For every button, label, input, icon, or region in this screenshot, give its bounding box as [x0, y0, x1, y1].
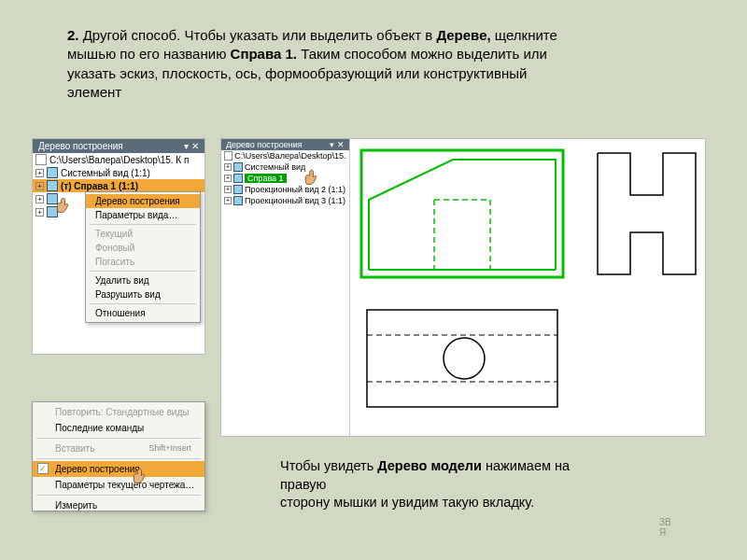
view-icon [47, 167, 58, 178]
svg-point-8 [444, 338, 485, 379]
expand-icon[interactable]: + [224, 186, 232, 193]
tree-item-label: Системный вид (1:1) [61, 168, 150, 178]
tree-system-view-row[interactable]: + Системный вид (1:1) [33, 166, 204, 179]
menu-item-current: Текущий [86, 227, 200, 241]
menu-item-relations[interactable]: Отношения [86, 306, 200, 320]
menu-separator [36, 495, 201, 496]
menu-separator [36, 458, 201, 459]
keyboard-shortcut: Shift+Insert [148, 443, 197, 453]
tree-item-label: Справа 1 [245, 174, 287, 183]
file-path: C:\Users\Валера\Desktop\15. К п [234, 151, 346, 161]
tree-panel-screenshot-1: Дерево построения ▾ ✕ C:\Users\Валера\De… [32, 138, 205, 355]
expand-icon[interactable]: + [35, 195, 44, 203]
bottom-instruction: Чтобы увидеть Дерево модели нажимаем на … [280, 457, 654, 512]
menu-item-repeat: Повторить: Стандартные виды [33, 404, 204, 420]
menu-item-measure[interactable]: Измерить [33, 497, 204, 513]
tree-item-label: Системный вид [245, 162, 305, 172]
expand-icon[interactable]: + [224, 175, 232, 182]
tree-row[interactable]: + Проекционный вид 3 (1:1) [221, 195, 349, 206]
menu-separator [36, 438, 201, 439]
view-side [593, 148, 700, 279]
context-menu-1: Дерево построения Параметры вида… Текущи… [85, 191, 201, 323]
view-front [359, 148, 565, 279]
pointer-hand-icon [130, 466, 154, 490]
document-icon [35, 154, 47, 165]
tree-selected-row[interactable]: + Справа 1 [221, 173, 349, 184]
drawing-canvas [350, 139, 705, 436]
menu-item-delete[interactable]: Удалить вид [86, 273, 200, 287]
expand-icon[interactable]: + [35, 208, 44, 217]
menu-label: Повторить: Стандартные виды [55, 407, 189, 417]
menu-item-tree[interactable]: ✓ Дерево построения [33, 461, 204, 477]
menu-label: Вставить [55, 443, 94, 454]
tree-item-label: Проекционный вид 3 (1:1) [245, 196, 345, 205]
menu-item-bg: Фоновый [86, 241, 200, 255]
menu-label: Дерево построения [55, 464, 140, 474]
menu-item-destroy[interactable]: Разрушить вид [86, 287, 200, 301]
tree-selected-row[interactable]: + (т) Справа 1 (1:1) [33, 179, 204, 192]
expand-icon[interactable]: + [224, 197, 232, 204]
view-icon [233, 196, 243, 205]
titlebar-controls: ▾ ✕ [330, 140, 345, 149]
expand-icon[interactable]: + [35, 169, 44, 177]
menu-item-tree[interactable]: Дерево построения [86, 194, 200, 208]
titlebar-controls: ▾ ✕ [184, 141, 199, 151]
view-icon [47, 180, 58, 191]
tree-title: Дерево построения [226, 140, 303, 149]
tree-titlebar: Дерево построения ▾ ✕ [33, 139, 204, 153]
tree-item-label: Проекционный вид 2 (1:1) [245, 185, 345, 194]
svg-rect-0 [361, 150, 563, 277]
tree-row[interactable]: + Проекционный вид 2 (1:1) [221, 184, 349, 195]
expand-icon[interactable]: + [224, 163, 232, 171]
tree-file-row: C:\Users\Валера\Desktop\15. К п [33, 153, 204, 166]
tree-item-label: (т) Справа 1 (1:1) [61, 181, 138, 191]
menu-item-paste: Вставить Shift+Insert [33, 441, 204, 456]
tree-title: Дерево построения [38, 141, 123, 151]
menu-item-params[interactable]: Параметры вида… [86, 208, 200, 222]
expand-icon[interactable]: + [35, 182, 44, 190]
file-path: C:\Users\Валера\Desktop\15. К п [49, 155, 189, 165]
instruction-text: 2. Другой способ. Чтобы указать или выде… [67, 26, 693, 102]
tree-system-view-row[interactable]: + Системный вид [221, 161, 349, 173]
context-menu-2: Повторить: Стандартные виды Последние ко… [32, 401, 205, 511]
tree-file-row: C:\Users\Валера\Desktop\15. К п [221, 150, 349, 161]
menu-item-recent[interactable]: Последние команды [33, 420, 204, 436]
document-icon [224, 151, 233, 161]
svg-rect-5 [367, 310, 557, 407]
menu-item-off: Погасить [86, 255, 200, 269]
menu-item-params[interactable]: Параметры текущего чертежа… [33, 477, 204, 493]
drawing-tree-panel: Дерево построения ▾ ✕ C:\Users\Валера\De… [221, 139, 350, 436]
menu-separator [90, 303, 196, 304]
menu-separator [90, 224, 196, 225]
tree-titlebar: Дерево построения ▾ ✕ [221, 139, 349, 150]
pointer-hand-icon [53, 195, 78, 219]
view-top [359, 302, 565, 414]
view-icon [233, 174, 243, 183]
corner-mark: ЗВ Я [659, 517, 671, 538]
menu-separator [90, 271, 196, 272]
cad-drawing-panel: Дерево построения ▾ ✕ C:\Users\Валера\De… [220, 138, 706, 437]
view-icon [233, 162, 243, 172]
pointer-hand-icon [302, 167, 326, 191]
check-icon: ✓ [37, 463, 49, 474]
view-icon [233, 185, 243, 194]
